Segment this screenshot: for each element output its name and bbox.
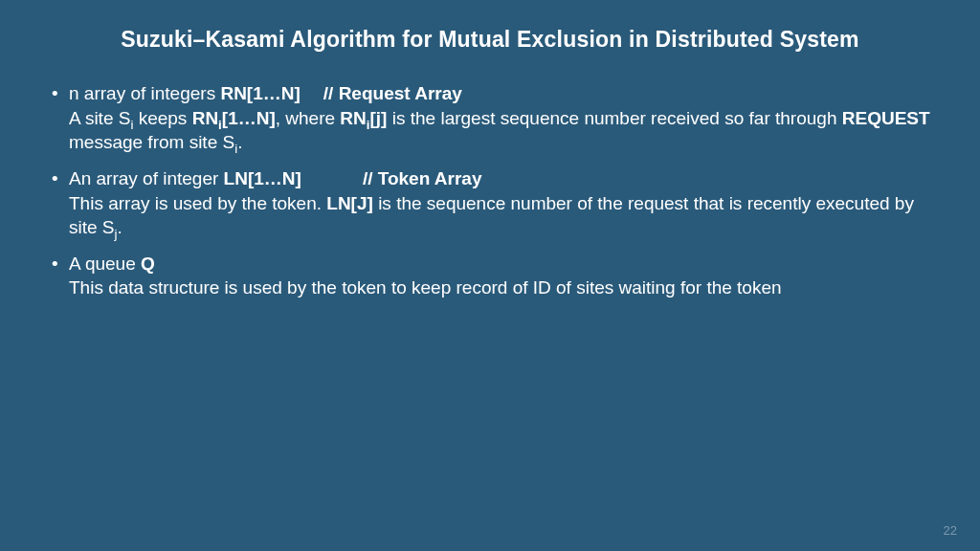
queue-q-bold: Q	[141, 253, 155, 274]
text: , where	[276, 108, 341, 128]
text: This data structure is used by the token…	[69, 277, 782, 298]
rnij-bold: RNi[j]	[340, 108, 387, 128]
text: An array of integer	[69, 168, 224, 188]
page-number: 22	[944, 523, 957, 538]
bullet-item-2: An array of integer LN[1…N]// Token Arra…	[48, 166, 932, 240]
request-bold: REQUEST	[842, 108, 930, 128]
request-array-comment: // Request Array	[323, 83, 462, 103]
text: .	[118, 217, 122, 237]
lnj-bold: LN[J]	[326, 193, 373, 213]
rni-bold: RNi[1…N]	[192, 108, 276, 128]
rn-array-bold: RN[1…N]	[220, 83, 300, 103]
text: message from site S	[69, 132, 234, 152]
bullet-item-1: n array of integers RN[1…N]// Request Ar…	[48, 81, 932, 155]
text: A site S	[69, 108, 130, 128]
slide-title: Suzuki–Kasami Algorithm for Mutual Exclu…	[48, 27, 932, 53]
text: keeps	[133, 108, 191, 128]
slide: Suzuki–Kasami Algorithm for Mutual Exclu…	[0, 0, 980, 551]
bullet-list: n array of integers RN[1…N]// Request Ar…	[48, 81, 932, 300]
token-array-comment: // Token Array	[363, 168, 482, 188]
text: .	[237, 132, 242, 152]
text: This array is used by the token.	[69, 193, 326, 213]
text: n array of integers	[69, 83, 220, 103]
text: A queue	[69, 253, 141, 274]
bullet-item-3: A queue Q This data structure is used by…	[48, 252, 932, 300]
ln-array-bold: LN[1…N]	[224, 168, 301, 188]
text: is the largest sequence number received …	[387, 108, 841, 128]
